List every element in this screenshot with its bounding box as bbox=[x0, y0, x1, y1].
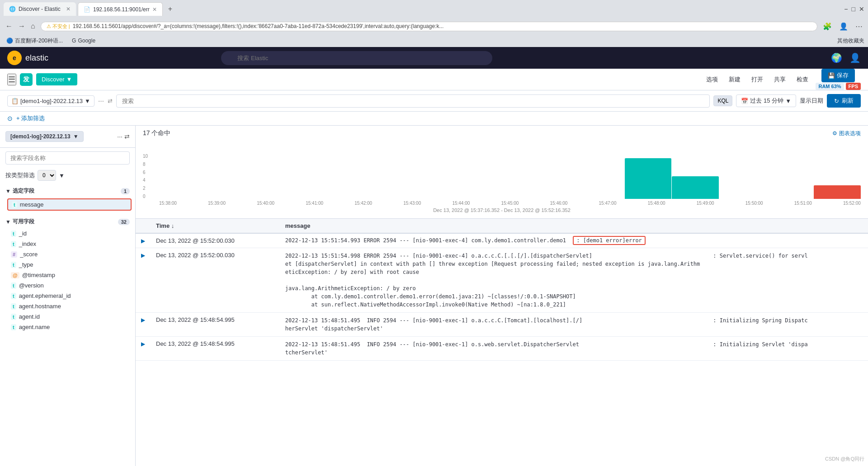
field-version[interactable]: t @version bbox=[0, 280, 135, 291]
profile-button[interactable]: 👤 bbox=[837, 21, 850, 32]
field-score[interactable]: # _score bbox=[0, 249, 135, 259]
index-selector[interactable]: 📋 [demo1-log]-2022.12.13 ▼ bbox=[7, 95, 94, 107]
table-row: ▶ Dec 13, 2022 @ 15:48:54.995 2022-12-13… bbox=[136, 337, 868, 361]
kql-badge[interactable]: KQL bbox=[713, 95, 732, 106]
x-label-5: 15:43:00 bbox=[403, 201, 421, 206]
logo-icon: e bbox=[7, 51, 22, 65]
field-type-agent-id: t bbox=[11, 314, 16, 320]
field-type-score: # bbox=[11, 251, 17, 258]
field-id[interactable]: t _id bbox=[0, 228, 135, 239]
new-tab-button[interactable]: + bbox=[165, 5, 176, 13]
other-bookmarks[interactable]: 其他收藏夹 bbox=[837, 37, 864, 45]
sidebar-dropdown-icon: ▼ bbox=[73, 133, 79, 140]
tab-discover[interactable]: 🌐 Discover - Elastic ✕ bbox=[4, 2, 76, 16]
expand-button-2[interactable]: ▶ bbox=[141, 252, 145, 259]
filter-icon[interactable]: ⊙ bbox=[7, 115, 13, 122]
field-type-message: t bbox=[12, 202, 17, 208]
expand-button-1[interactable]: ▶ bbox=[141, 238, 145, 244]
chart-options-button[interactable]: ⚙ 图表选项 bbox=[832, 130, 861, 137]
globe-icon[interactable]: 🌍 bbox=[831, 52, 842, 63]
inspect-button[interactable]: 检查 bbox=[793, 74, 812, 85]
search-input[interactable] bbox=[116, 94, 710, 108]
sidebar-dots-button[interactable]: ··· bbox=[117, 133, 123, 140]
th-time[interactable]: Time ↓ bbox=[151, 219, 280, 233]
sidebar-index-badge[interactable]: [demo1-log]-2022.12.13 ▼ bbox=[5, 131, 84, 142]
new-button[interactable]: 新建 bbox=[725, 74, 744, 85]
tab1-close[interactable]: ✕ bbox=[66, 6, 71, 12]
field-ephemeral-id[interactable]: t agent.ephemeral_id bbox=[0, 291, 135, 301]
hamburger-menu[interactable]: ☰ bbox=[7, 74, 16, 85]
field-agent-id[interactable]: t agent.id bbox=[0, 311, 135, 322]
selected-fields-header[interactable]: ▼ 选定字段 1 bbox=[0, 184, 135, 198]
baidu-label: 百度翻译-200种语... bbox=[15, 37, 63, 45]
header-search-input[interactable] bbox=[221, 51, 492, 65]
open-button[interactable]: 打开 bbox=[748, 74, 767, 85]
discover-dropdown-icon: ▼ bbox=[66, 76, 72, 83]
available-fields-header[interactable]: ▼ 可用字段 32 bbox=[0, 215, 135, 228]
add-filter-button[interactable]: + 添加筛选 bbox=[16, 114, 45, 122]
selected-fields-label: 选定字段 bbox=[13, 187, 34, 195]
field-search-input[interactable] bbox=[5, 151, 130, 165]
show-date-button[interactable]: 显示日期 bbox=[800, 97, 823, 105]
bookmark-google[interactable]: G Google bbox=[69, 37, 98, 45]
table-row: ▶ Dec 13, 2022 @ 15:48:54.995 2022-12-13… bbox=[136, 313, 868, 337]
y-label-0: 0 bbox=[143, 194, 148, 199]
msg-text-1: 2022-12-13 15:51:54.993 ERROR 2594 --- [… bbox=[285, 237, 566, 244]
refresh-button[interactable]: ↻ 刷新 bbox=[827, 94, 861, 108]
discover-button[interactable]: Discover ▼ bbox=[36, 73, 77, 85]
back-button[interactable]: ← bbox=[4, 21, 14, 31]
expand-button-3[interactable]: ▶ bbox=[141, 317, 145, 323]
msg-cell-1: 2022-12-13 15:51:54.993 ERROR 2594 --- [… bbox=[280, 233, 868, 248]
bookmark-baidu[interactable]: 🔵 百度翻译-200种语... bbox=[4, 36, 66, 46]
more-button[interactable]: ⋯ bbox=[854, 21, 864, 32]
index-name: [demo1-log]-2022.12.13 bbox=[20, 98, 83, 104]
expand-button-4[interactable]: ▶ bbox=[141, 341, 145, 347]
type-filter-select[interactable]: 0 bbox=[38, 170, 56, 181]
minimize-button[interactable]: − bbox=[844, 5, 848, 13]
user-icon[interactable]: 👤 bbox=[849, 52, 861, 63]
discover-label: Discover bbox=[42, 76, 65, 83]
field-type-version: t bbox=[11, 282, 16, 289]
options-button[interactable]: 选项 bbox=[703, 74, 722, 85]
field-type-id: t bbox=[11, 231, 16, 237]
refresh-label: 刷新 bbox=[842, 97, 854, 105]
share-button[interactable]: 共享 bbox=[770, 74, 789, 85]
address-bar[interactable]: ⚠ 不安全 | 192.168.56.11:5601/app/discover#… bbox=[41, 22, 817, 31]
save-button[interactable]: 💾 保存 bbox=[821, 69, 855, 82]
forward-button[interactable]: → bbox=[16, 21, 27, 31]
field-type[interactable]: t _type bbox=[0, 259, 135, 270]
field-timestamp[interactable]: @ @timestamp bbox=[0, 270, 135, 280]
msg-cell-3: 2022-12-13 15:48:51.495 INFO 2594 --- [n… bbox=[280, 313, 868, 337]
data-area: 17 个命中 ⚙ 图表选项 10 8 6 4 2 0 bbox=[136, 126, 868, 466]
field-name-agent-id: agent.id bbox=[19, 313, 40, 320]
tab2-icon: 📄 bbox=[84, 6, 90, 13]
index-dropdown-icon: ▼ bbox=[85, 98, 90, 104]
table-body: ▶ Dec 13, 2022 @ 15:52:00.030 2022-12-13… bbox=[136, 233, 868, 361]
sidebar-arrow-button[interactable]: ⇄ bbox=[124, 133, 130, 140]
selected-chevron: ▼ bbox=[5, 188, 11, 194]
time-cell-2: Dec 13, 2022 @ 15:52:00.030 bbox=[151, 248, 280, 313]
field-search bbox=[0, 148, 135, 168]
field-agent-name[interactable]: t agent.name bbox=[0, 322, 135, 332]
results-table: Time ↓ message ▶ Dec 13, 2022 @ 15:52:00… bbox=[136, 219, 868, 361]
table-container: Time ↓ message ▶ Dec 13, 2022 @ 15:52:00… bbox=[136, 219, 868, 466]
tab1-title: Discover - Elastic bbox=[19, 6, 61, 12]
browser-chrome: 🌐 Discover - Elastic ✕ 📄 192.168.56.11:9… bbox=[0, 0, 868, 18]
maximize-button[interactable]: □ bbox=[852, 5, 855, 13]
field-hostname[interactable]: t agent.hostname bbox=[0, 301, 135, 311]
extensions-button[interactable]: 🧩 bbox=[821, 21, 834, 32]
time-dropdown-icon: ▼ bbox=[785, 98, 791, 104]
security-warning: ⚠ 不安全 | bbox=[47, 23, 70, 30]
x-label-4: 15:42:00 bbox=[354, 201, 372, 206]
field-index[interactable]: t _index bbox=[0, 239, 135, 249]
selected-field-message[interactable]: t message bbox=[7, 198, 132, 211]
window-close-button[interactable]: ✕ bbox=[859, 5, 864, 13]
expand-cell-2: ▶ bbox=[136, 248, 151, 313]
home-button[interactable]: ⌂ bbox=[29, 21, 37, 31]
tab-err[interactable]: 📄 192.168.56.11:9001/err ✕ bbox=[78, 2, 163, 16]
x-label-6: 15:44:00 bbox=[452, 201, 470, 206]
chart-y-axis: 10 8 6 4 2 0 bbox=[143, 154, 151, 199]
elastic-logo[interactable]: e elastic bbox=[7, 51, 48, 65]
time-picker[interactable]: 📅 过去 15 分钟 ▼ bbox=[736, 94, 796, 107]
tab2-close[interactable]: ✕ bbox=[152, 6, 157, 13]
